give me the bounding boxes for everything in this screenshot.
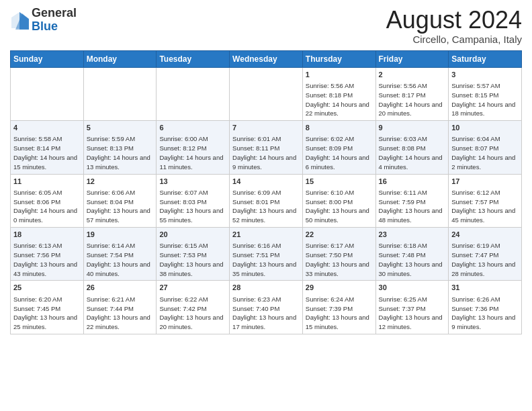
title-block: August 2024 Circello, Campania, Italy [386, 7, 522, 45]
calendar-cell: 4Sunrise: 5:58 AM Sunset: 8:14 PM Daylig… [11, 121, 84, 174]
day-number: 16 [379, 177, 446, 187]
day-number: 24 [451, 230, 519, 240]
day-number: 7 [232, 123, 300, 133]
day-number: 22 [306, 230, 373, 240]
calendar-cell: 9Sunrise: 6:03 AM Sunset: 8:08 PM Daylig… [375, 121, 449, 174]
calendar-cell: 28Sunrise: 6:23 AM Sunset: 7:40 PM Dayli… [230, 281, 303, 334]
calendar-cell: 24Sunrise: 6:19 AM Sunset: 7:47 PM Dayli… [449, 227, 522, 280]
calendar-cell: 23Sunrise: 6:18 AM Sunset: 7:48 PM Dayli… [375, 227, 449, 280]
day-info: Sunrise: 6:02 AM Sunset: 8:09 PM Dayligh… [306, 134, 373, 171]
day-info: Sunrise: 6:04 AM Sunset: 8:07 PM Dayligh… [451, 134, 519, 171]
calendar-cell: 5Sunrise: 5:59 AM Sunset: 8:13 PM Daylig… [83, 121, 157, 174]
day-info: Sunrise: 6:26 AM Sunset: 7:36 PM Dayligh… [451, 295, 519, 332]
location: Circello, Campania, Italy [386, 34, 522, 45]
calendar-cell: 1Sunrise: 5:56 AM Sunset: 8:18 PM Daylig… [302, 67, 375, 120]
day-info: Sunrise: 5:59 AM Sunset: 8:13 PM Dayligh… [87, 134, 154, 171]
calendar-cell: 27Sunrise: 6:22 AM Sunset: 7:42 PM Dayli… [157, 281, 230, 334]
logo-blue: Blue [32, 19, 58, 33]
day-number: 27 [159, 283, 226, 293]
day-number: 13 [159, 177, 226, 187]
day-info: Sunrise: 6:25 AM Sunset: 7:37 PM Dayligh… [379, 295, 446, 332]
weekday-header-row: SundayMondayTuesdayWednesdayThursdayFrid… [11, 50, 522, 67]
day-info: Sunrise: 6:24 AM Sunset: 7:39 PM Dayligh… [306, 295, 373, 332]
day-number: 28 [232, 283, 300, 293]
day-number: 23 [379, 230, 446, 240]
day-number: 10 [451, 123, 519, 133]
calendar-cell: 22Sunrise: 6:17 AM Sunset: 7:50 PM Dayli… [302, 227, 375, 280]
day-info: Sunrise: 5:56 AM Sunset: 8:17 PM Dayligh… [379, 81, 446, 118]
calendar-cell: 3Sunrise: 5:57 AM Sunset: 8:15 PM Daylig… [449, 67, 522, 120]
calendar-cell [157, 67, 230, 120]
weekday-header-saturday: Saturday [449, 50, 522, 67]
calendar-cell [83, 67, 157, 120]
calendar-table: SundayMondayTuesdayWednesdayThursdayFrid… [10, 50, 522, 334]
day-info: Sunrise: 6:16 AM Sunset: 7:51 PM Dayligh… [232, 241, 300, 278]
day-number: 20 [159, 230, 226, 240]
calendar-cell: 29Sunrise: 6:24 AM Sunset: 7:39 PM Dayli… [302, 281, 375, 334]
calendar-cell [11, 67, 84, 120]
day-number: 1 [306, 70, 373, 80]
calendar-cell: 19Sunrise: 6:14 AM Sunset: 7:54 PM Dayli… [83, 227, 157, 280]
calendar-cell: 12Sunrise: 6:06 AM Sunset: 8:04 PM Dayli… [83, 174, 157, 227]
calendar-week-2: 4Sunrise: 5:58 AM Sunset: 8:14 PM Daylig… [11, 121, 522, 174]
logo: General Blue [10, 7, 77, 34]
day-number: 25 [13, 283, 81, 293]
logo-general: General [32, 6, 77, 19]
calendar-cell: 30Sunrise: 6:25 AM Sunset: 7:37 PM Dayli… [375, 281, 449, 334]
calendar-week-5: 25Sunrise: 6:20 AM Sunset: 7:45 PM Dayli… [11, 281, 522, 334]
day-info: Sunrise: 6:19 AM Sunset: 7:47 PM Dayligh… [451, 241, 519, 278]
day-info: Sunrise: 5:58 AM Sunset: 8:14 PM Dayligh… [13, 134, 81, 171]
weekday-header-thursday: Thursday [302, 50, 375, 67]
weekday-header-wednesday: Wednesday [230, 50, 303, 67]
weekday-header-monday: Monday [83, 50, 157, 67]
day-info: Sunrise: 6:12 AM Sunset: 7:57 PM Dayligh… [451, 188, 519, 225]
day-number: 14 [232, 177, 300, 187]
calendar-cell: 15Sunrise: 6:10 AM Sunset: 8:00 PM Dayli… [302, 174, 375, 227]
calendar-cell: 7Sunrise: 6:01 AM Sunset: 8:11 PM Daylig… [230, 121, 303, 174]
day-info: Sunrise: 6:05 AM Sunset: 8:06 PM Dayligh… [13, 188, 81, 225]
day-info: Sunrise: 6:09 AM Sunset: 8:01 PM Dayligh… [232, 188, 300, 225]
day-info: Sunrise: 6:06 AM Sunset: 8:04 PM Dayligh… [87, 188, 154, 225]
header: General Blue August 2024 Circello, Campa… [10, 7, 522, 45]
day-number: 12 [87, 177, 154, 187]
logo-icon [10, 11, 29, 30]
day-info: Sunrise: 6:23 AM Sunset: 7:40 PM Dayligh… [232, 295, 300, 332]
calendar-week-4: 18Sunrise: 6:13 AM Sunset: 7:56 PM Dayli… [11, 227, 522, 280]
day-number: 9 [379, 123, 446, 133]
svg-marker-2 [19, 12, 29, 30]
day-number: 30 [379, 283, 446, 293]
day-number: 15 [306, 177, 373, 187]
page: General Blue August 2024 Circello, Campa… [0, 0, 532, 345]
day-info: Sunrise: 6:17 AM Sunset: 7:50 PM Dayligh… [306, 241, 373, 278]
weekday-header-friday: Friday [375, 50, 449, 67]
day-info: Sunrise: 6:14 AM Sunset: 7:54 PM Dayligh… [87, 241, 154, 278]
day-info: Sunrise: 6:13 AM Sunset: 7:56 PM Dayligh… [13, 241, 81, 278]
calendar-cell: 14Sunrise: 6:09 AM Sunset: 8:01 PM Dayli… [230, 174, 303, 227]
day-info: Sunrise: 6:00 AM Sunset: 8:12 PM Dayligh… [159, 134, 226, 171]
calendar-cell: 2Sunrise: 5:56 AM Sunset: 8:17 PM Daylig… [375, 67, 449, 120]
day-number: 19 [87, 230, 154, 240]
calendar-cell: 13Sunrise: 6:07 AM Sunset: 8:03 PM Dayli… [157, 174, 230, 227]
calendar-cell: 6Sunrise: 6:00 AM Sunset: 8:12 PM Daylig… [157, 121, 230, 174]
day-info: Sunrise: 6:01 AM Sunset: 8:11 PM Dayligh… [232, 134, 300, 171]
calendar-cell: 21Sunrise: 6:16 AM Sunset: 7:51 PM Dayli… [230, 227, 303, 280]
calendar-cell: 17Sunrise: 6:12 AM Sunset: 7:57 PM Dayli… [449, 174, 522, 227]
weekday-header-tuesday: Tuesday [157, 50, 230, 67]
calendar-cell: 25Sunrise: 6:20 AM Sunset: 7:45 PM Dayli… [11, 281, 84, 334]
day-number: 6 [159, 123, 226, 133]
day-info: Sunrise: 6:15 AM Sunset: 7:53 PM Dayligh… [159, 241, 226, 278]
day-info: Sunrise: 5:57 AM Sunset: 8:15 PM Dayligh… [451, 81, 519, 118]
calendar-week-1: 1Sunrise: 5:56 AM Sunset: 8:18 PM Daylig… [11, 67, 522, 120]
day-info: Sunrise: 6:20 AM Sunset: 7:45 PM Dayligh… [13, 295, 81, 332]
month-title: August 2024 [386, 7, 522, 34]
calendar-cell: 18Sunrise: 6:13 AM Sunset: 7:56 PM Dayli… [11, 227, 84, 280]
day-info: Sunrise: 6:10 AM Sunset: 8:00 PM Dayligh… [306, 188, 373, 225]
calendar-cell: 26Sunrise: 6:21 AM Sunset: 7:44 PM Dayli… [83, 281, 157, 334]
day-info: Sunrise: 6:03 AM Sunset: 8:08 PM Dayligh… [379, 134, 446, 171]
day-number: 5 [87, 123, 154, 133]
day-number: 2 [379, 70, 446, 80]
day-number: 31 [451, 283, 519, 293]
day-number: 21 [232, 230, 300, 240]
calendar-cell [230, 67, 303, 120]
day-number: 26 [87, 283, 154, 293]
